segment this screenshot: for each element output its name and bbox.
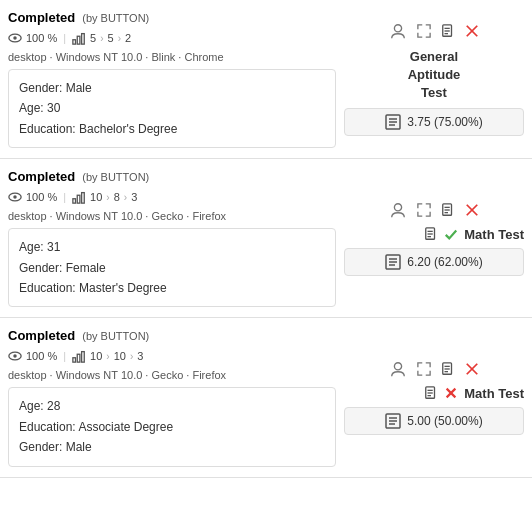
card-2: Completed (by BUTTON) 100 % | 10›10›3 de… xyxy=(0,318,532,477)
svg-point-5 xyxy=(394,24,401,31)
top-icons-row xyxy=(389,201,479,219)
doc-icon xyxy=(424,227,438,241)
by-label: (by BUTTON) xyxy=(79,330,149,342)
breadcrumb-arrow: › xyxy=(106,351,109,362)
doc-icon xyxy=(441,24,455,38)
by-label: (by BUTTON) xyxy=(79,171,149,183)
status-line: Completed (by BUTTON) xyxy=(8,328,336,343)
score-box: 3.75 (75.00%) xyxy=(344,108,524,136)
meta-sep: | xyxy=(63,191,66,203)
info-line: Education: Associate Degree xyxy=(19,417,325,437)
close-icon[interactable] xyxy=(465,362,479,376)
svg-rect-4 xyxy=(82,34,85,45)
breadcrumb-num: 10 xyxy=(90,191,102,203)
meta-line: 100 % | 5›5›2 xyxy=(8,31,336,45)
maximize-icon xyxy=(417,362,431,376)
top-icons-row xyxy=(389,22,479,40)
score-label: 6.20 (62.00%) xyxy=(407,255,482,269)
score-box: 5.00 (50.00%) xyxy=(344,407,524,435)
info-line: Age: 28 xyxy=(19,396,325,416)
svg-point-1 xyxy=(13,36,17,40)
info-line: Gender: Male xyxy=(19,437,325,457)
progress-text: 100 % xyxy=(26,191,57,203)
info-line: Education: Master's Degree xyxy=(19,278,325,298)
svg-point-37 xyxy=(13,355,17,359)
test-name-row: Math Test xyxy=(344,386,524,401)
svg-rect-18 xyxy=(73,199,76,203)
progress-text: 100 % xyxy=(26,350,57,362)
check-icon xyxy=(444,227,458,241)
card-1: Completed (by BUTTON) 100 % | 10›8›3 des… xyxy=(0,159,532,318)
test-name-label: Math Test xyxy=(464,227,524,242)
card-right-2: Math Test 5.00 (50.00%) xyxy=(344,328,524,466)
svg-rect-20 xyxy=(82,193,85,204)
meta-sep: | xyxy=(63,350,66,362)
info-line: Age: 30 xyxy=(19,98,325,118)
close-icon[interactable] xyxy=(465,203,479,217)
breadcrumb-num: 10 xyxy=(90,350,102,362)
breadcrumb-num: 3 xyxy=(131,191,137,203)
list-icon xyxy=(385,114,401,130)
test-name-row: GeneralAptitudeTest xyxy=(344,48,524,103)
person-icon xyxy=(389,22,407,40)
svg-rect-3 xyxy=(77,36,80,44)
by-label: (by BUTTON) xyxy=(79,12,149,24)
info-line: Education: Bachelor's Degree xyxy=(19,119,325,139)
breadcrumb-arrow: › xyxy=(100,33,103,44)
breadcrumb-arrow: › xyxy=(118,33,121,44)
list-icon xyxy=(385,413,401,429)
breadcrumb-arrow: › xyxy=(124,192,127,203)
score-label: 5.00 (50.00%) xyxy=(407,414,482,428)
bar-icon xyxy=(72,190,86,204)
status-label: Completed xyxy=(8,169,75,184)
eye-icon xyxy=(8,349,22,363)
person-icon xyxy=(389,360,407,378)
top-icons-row xyxy=(389,360,479,378)
info-box: Gender: MaleAge: 30Education: Bachelor's… xyxy=(8,69,336,148)
maximize-icon xyxy=(417,24,431,38)
bar-icon xyxy=(72,31,86,45)
breadcrumb-arrow: › xyxy=(130,351,133,362)
svg-rect-19 xyxy=(77,195,80,203)
card-left-1: Completed (by BUTTON) 100 % | 10›8›3 des… xyxy=(8,169,336,307)
score-label: 3.75 (75.00%) xyxy=(407,115,482,129)
breadcrumb-num: 3 xyxy=(137,350,143,362)
test-name-label: Math Test xyxy=(464,386,524,401)
list-icon xyxy=(385,254,401,270)
breadcrumb-arrow: › xyxy=(106,192,109,203)
svg-rect-38 xyxy=(73,358,76,362)
status-line: Completed (by BUTTON) xyxy=(8,169,336,184)
env-line: desktop · Windows NT 10.0 · Blink · Chro… xyxy=(8,51,336,63)
breadcrumb-num: 8 xyxy=(114,191,120,203)
svg-rect-2 xyxy=(73,40,76,44)
score-box: 6.20 (62.00%) xyxy=(344,248,524,276)
svg-point-41 xyxy=(394,363,401,370)
svg-rect-40 xyxy=(82,352,85,363)
info-line: Gender: Female xyxy=(19,258,325,278)
svg-point-21 xyxy=(394,203,401,210)
card-right-0: GeneralAptitudeTest 3.75 (75.00%) xyxy=(344,10,524,148)
doc-icon xyxy=(441,362,455,376)
card-left-0: Completed (by BUTTON) 100 % | 5›5›2 desk… xyxy=(8,10,336,148)
info-line: Age: 31 xyxy=(19,237,325,257)
status-label: Completed xyxy=(8,328,75,343)
env-line: desktop · Windows NT 10.0 · Gecko · Fire… xyxy=(8,210,336,222)
status-line: Completed (by BUTTON) xyxy=(8,10,336,25)
card-left-2: Completed (by BUTTON) 100 % | 10›10›3 de… xyxy=(8,328,336,466)
progress-text: 100 % xyxy=(26,32,57,44)
meta-line: 100 % | 10›8›3 xyxy=(8,190,336,204)
breadcrumb-num: 5 xyxy=(108,32,114,44)
meta-line: 100 % | 10›10›3 xyxy=(8,349,336,363)
info-line: Gender: Male xyxy=(19,78,325,98)
cross-icon xyxy=(444,386,458,400)
bar-icon xyxy=(72,349,86,363)
meta-sep: | xyxy=(63,32,66,44)
card-right-1: Math Test 6.20 (62.00%) xyxy=(344,169,524,307)
close-icon[interactable] xyxy=(465,24,479,38)
breadcrumb-num: 10 xyxy=(114,350,126,362)
eye-icon xyxy=(8,31,22,45)
svg-rect-39 xyxy=(77,355,80,363)
doc-icon xyxy=(441,203,455,217)
info-box: Age: 28Education: Associate DegreeGender… xyxy=(8,387,336,466)
card-0: Completed (by BUTTON) 100 % | 5›5›2 desk… xyxy=(0,0,532,159)
